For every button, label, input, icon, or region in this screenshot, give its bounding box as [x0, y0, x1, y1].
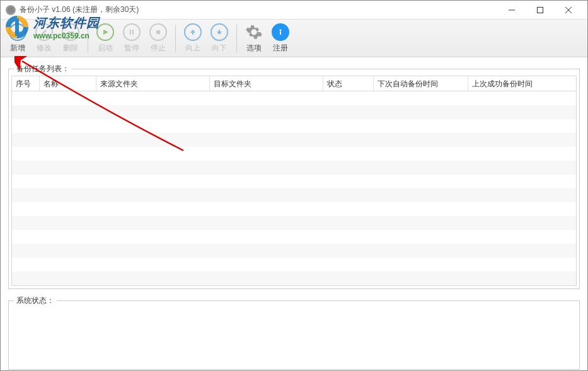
svg-rect-14 [280, 31, 281, 35]
system-status-body[interactable] [11, 307, 577, 367]
toolbar-separator [236, 25, 237, 52]
arrow-down-icon [210, 23, 228, 41]
add-button[interactable]: 新增 [4, 21, 31, 56]
window-title: 备份小子 v1.06 (未注册，剩余30天) [20, 4, 497, 15]
col-state[interactable]: 状态 [323, 76, 374, 91]
stop-icon [149, 23, 167, 41]
table-row[interactable] [12, 244, 576, 258]
table-row[interactable] [12, 174, 576, 188]
table-row[interactable] [12, 202, 576, 216]
system-status-title: 系统状态： [14, 295, 57, 306]
window-controls [497, 1, 582, 19]
minus-icon [62, 23, 79, 41]
app-icon [6, 5, 16, 15]
table-row[interactable] [12, 230, 576, 244]
table-row[interactable] [12, 188, 576, 202]
moveup-button[interactable]: 向上 [180, 21, 206, 56]
svg-rect-1 [537, 7, 543, 13]
table-row[interactable] [12, 105, 576, 119]
gear-icon [245, 23, 263, 41]
task-list-title: 备份任务列表： [14, 64, 72, 74]
table-row[interactable] [12, 258, 576, 271]
table-header: 序号 名称 来源文件夹 目标文件夹 状态 下次自动备份时间 上次成功备份时间 [12, 76, 576, 91]
col-name[interactable]: 名称 [40, 76, 96, 91]
toolbar: 新增 修改 删除 启动 暂停 停止 向上 向下 选项 注册 [1, 20, 587, 57]
table-row[interactable] [12, 91, 576, 105]
svg-marker-7 [103, 30, 108, 35]
pencil-icon [35, 23, 53, 41]
content-area: 备份任务列表： 序号 名称 来源文件夹 目标文件夹 状态 下次自动备份时间 上次… [1, 57, 587, 370]
delete-button[interactable]: 删除 [57, 21, 84, 56]
start-button[interactable]: 启动 [92, 21, 118, 56]
movedown-button[interactable]: 向下 [206, 21, 233, 56]
col-index[interactable]: 序号 [12, 76, 40, 91]
table-row[interactable] [12, 161, 576, 174]
close-button[interactable] [554, 1, 582, 19]
svg-rect-9 [132, 30, 134, 35]
table-row[interactable] [12, 216, 576, 230]
table-body[interactable] [12, 91, 576, 285]
options-button[interactable]: 选项 [241, 21, 267, 56]
info-icon [272, 23, 289, 41]
svg-marker-11 [190, 30, 195, 35]
table-row[interactable] [12, 119, 576, 133]
arrow-up-icon [184, 23, 202, 41]
system-status-group: 系统状态： [8, 300, 580, 370]
task-table[interactable]: 序号 名称 来源文件夹 目标文件夹 状态 下次自动备份时间 上次成功备份时间 [11, 76, 577, 286]
svg-rect-8 [130, 30, 131, 35]
pause-icon [123, 23, 141, 41]
svg-marker-12 [217, 30, 222, 35]
svg-rect-10 [156, 30, 160, 34]
col-last[interactable]: 上次成功备份时间 [468, 76, 576, 91]
svg-point-13 [280, 30, 282, 31]
col-target[interactable]: 目标文件夹 [210, 76, 323, 91]
toolbar-separator [88, 25, 88, 52]
toolbar-separator [175, 25, 176, 52]
titlebar: 备份小子 v1.06 (未注册，剩余30天) [1, 1, 587, 20]
task-list-group: 备份任务列表： 序号 名称 来源文件夹 目标文件夹 状态 下次自动备份时间 上次… [8, 69, 580, 289]
minimize-button[interactable] [497, 1, 526, 19]
table-row[interactable] [12, 147, 576, 161]
plus-icon [9, 23, 26, 41]
col-next[interactable]: 下次自动备份时间 [374, 76, 468, 91]
play-icon [96, 23, 114, 41]
register-button[interactable]: 注册 [267, 21, 294, 56]
maximize-button[interactable] [526, 1, 554, 19]
col-source[interactable]: 来源文件夹 [96, 76, 210, 91]
table-row[interactable] [12, 271, 576, 285]
pause-button[interactable]: 暂停 [118, 21, 145, 56]
stop-button[interactable]: 停止 [145, 21, 171, 56]
table-row[interactable] [12, 133, 576, 147]
edit-button[interactable]: 修改 [31, 21, 57, 56]
